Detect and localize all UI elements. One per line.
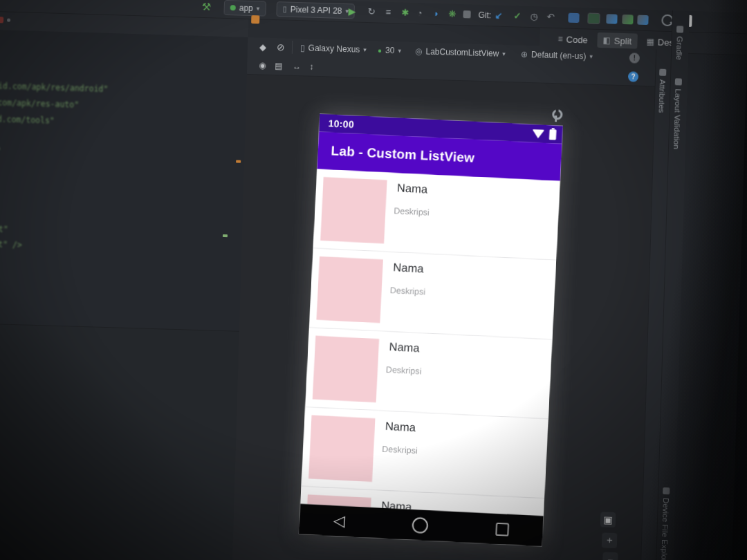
apply-changes-icon[interactable]: ↻ [367, 4, 376, 19]
item-title: Nama [397, 181, 428, 196]
render-tools-wrench-icon[interactable] [551, 109, 560, 122]
chevron-down-icon: ▾ [363, 46, 367, 53]
split-icon: ◧ [602, 35, 611, 45]
run-config-label: app [239, 3, 253, 13]
home-button[interactable] [412, 516, 429, 533]
code-editor[interactable]: oid.com/apk/res/android" .com/apk/res-au… [0, 30, 248, 560]
status-time: 10:00 [328, 118, 354, 130]
scrollbar-ok-mark[interactable] [223, 234, 228, 237]
item-title: Nama [393, 261, 424, 275]
profile-button[interactable]: ◑ [432, 6, 438, 21]
layout-validation-panel-button[interactable]: Layout Validation [672, 78, 683, 149]
design-mode-icon[interactable]: ⊘ [277, 40, 285, 54]
code-line: oid.com/apk/res/android" [0, 81, 109, 94]
device-file-explorer-panel-button[interactable]: Device File Explorer [660, 487, 670, 560]
item-image-placeholder [316, 256, 382, 323]
chevron-down-icon: ▾ [398, 47, 401, 54]
wrench-icon[interactable]: ⚒ [201, 0, 211, 14]
swap-horizontal-icon[interactable]: ↔ [293, 59, 302, 73]
stop-button[interactable] [463, 7, 471, 21]
device-file-explorer-icon [663, 487, 670, 494]
editor-lower-panel [0, 324, 239, 560]
attributes-icon [659, 69, 666, 76]
terminal-icon[interactable] [587, 10, 600, 26]
list-item[interactable]: Nama Deskripsi [313, 169, 560, 260]
item-image-placeholder [313, 336, 379, 402]
chevron-down-icon: ▾ [589, 53, 593, 60]
git-history-icon[interactable]: ◷ [530, 9, 538, 24]
locale-dropdown[interactable]: ⊕ Default (en-us) ▾ [521, 48, 593, 64]
git-label: Git: [478, 8, 491, 23]
zoom-to-fit-button[interactable]: ▣ [600, 512, 616, 528]
view-options-eye-icon[interactable]: ◉ [259, 58, 266, 72]
item-subtitle: Deskripsi [394, 206, 430, 218]
help-badge[interactable]: ? [628, 69, 639, 83]
layout-preview-phone[interactable]: 10:00 Lab - Custom ListView Nama Deskrip… [299, 113, 563, 546]
render-warning-badge[interactable]: ! [629, 50, 640, 64]
back-button[interactable]: ◁ [333, 513, 345, 529]
item-image-placeholder [308, 415, 375, 481]
tool-stripe-marker [251, 15, 259, 24]
device-manager-icon[interactable] [622, 12, 634, 26]
device-phone-icon: ▯ [300, 43, 305, 53]
preview-device-dropdown[interactable]: ▯ Galaxy Nexus ▾ [300, 41, 367, 57]
theme-icon: ◎ [415, 46, 423, 56]
file-tab-truncated[interactable] [0, 17, 3, 23]
run-button[interactable]: ▶ [348, 3, 356, 18]
git-rollback-icon[interactable]: ↶ [546, 10, 555, 24]
profile-low-overhead-icon[interactable]: ❋ [448, 7, 456, 21]
git-commit-icon[interactable]: ✓ [513, 8, 522, 23]
zoom-out-button[interactable]: − [602, 552, 618, 560]
swap-vertical-icon[interactable]: ↕ [309, 60, 314, 74]
run-configuration-dropdown[interactable]: app ▾ [223, 0, 266, 16]
recents-button[interactable] [495, 522, 509, 536]
apply-code-changes-icon[interactable]: ≡ [385, 5, 391, 19]
item-subtitle: Deskripsi [382, 445, 418, 456]
globe-icon: ⊕ [521, 50, 528, 59]
item-title: Nama [389, 340, 420, 355]
item-title: Nama [385, 420, 416, 434]
attach-debugger-icon[interactable]: ◔ [416, 6, 422, 20]
list-item[interactable]: Nama Deskripsi [305, 328, 552, 419]
chevron-down-icon: ▾ [502, 50, 506, 57]
gradle-panel-button[interactable]: Gradle [675, 26, 684, 60]
target-device-dropdown[interactable]: ▯ Pixel 3 API 28 ▾ [276, 1, 355, 18]
code-line: ent" /> [0, 239, 22, 250]
api-level-dropdown[interactable]: ● 30 ▾ [378, 43, 402, 57]
ide-window: ⚒ app ▾ ▯ Pixel 3 API 28 ▾ ▶ ↻ ≡ ✱ ◔ ◑ ❋… [0, 0, 747, 560]
project-structure-icon[interactable] [568, 10, 580, 25]
git-update-icon[interactable]: ↙ [495, 8, 503, 22]
attributes-panel-button[interactable]: Attributes [658, 69, 667, 113]
list-view-icon[interactable]: ▤ [275, 59, 283, 73]
listview[interactable]: Nama Deskripsi Nama Deskripsi Nama Deskr… [300, 169, 560, 516]
file-tab-close-icon[interactable] [7, 19, 10, 22]
chevron-down-icon: ▾ [257, 5, 260, 12]
sdk-manager-icon[interactable] [637, 12, 649, 27]
gradle-elephant-icon [676, 26, 683, 32]
device-phone-icon: ▯ [283, 4, 287, 13]
list-item[interactable]: Nama Deskripsi [309, 248, 556, 339]
debug-button[interactable]: ✱ [401, 5, 409, 19]
battery-icon [549, 129, 557, 140]
scrollbar-warning-mark[interactable] [236, 160, 241, 162]
item-subtitle: Deskripsi [386, 365, 422, 377]
tab-code[interactable]: ≡ Code [552, 31, 593, 48]
list-item[interactable]: Nama Deskripsi [301, 407, 548, 498]
code-line: id.com/tools" [0, 114, 55, 126]
code-line: ent" [0, 224, 8, 234]
layout-validation-icon [675, 78, 682, 85]
android-droid-icon: ● [378, 46, 382, 54]
design-icon: ▦ [646, 37, 654, 46]
code-icon: ≡ [557, 34, 562, 44]
tab-split[interactable]: ◧ Split [597, 32, 637, 49]
layers-icon[interactable]: ◆ [259, 39, 267, 53]
code-line: .com/apk/res-auto" [0, 97, 79, 110]
profiler-icon[interactable] [606, 11, 618, 26]
code-line: g" [0, 146, 1, 156]
item-subtitle: Deskripsi [389, 286, 425, 297]
device-label: Pixel 3 API 28 [290, 4, 342, 15]
theme-dropdown[interactable]: ◎ LabCustomListView ▾ [415, 44, 506, 61]
item-image-placeholder [320, 177, 387, 243]
run-config-status-icon [230, 5, 236, 10]
zoom-in-button[interactable]: ＋ [602, 532, 618, 548]
